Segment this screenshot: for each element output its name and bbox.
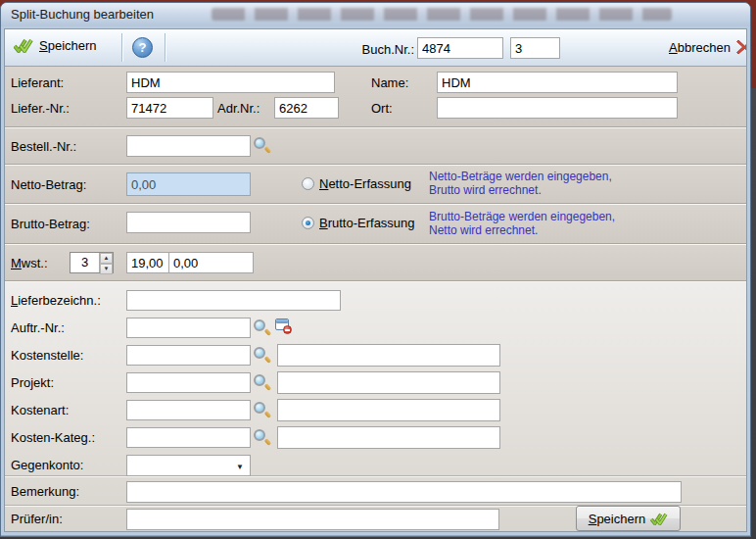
save-button[interactable]: Speichern	[576, 506, 681, 531]
lieferant-label: Lieferant:	[11, 75, 64, 90]
kostenstelle-search-icon[interactable]	[254, 347, 270, 364]
netto-erfassung-label[interactable]: Netto-Erfassung	[319, 176, 411, 191]
netto-erfassung-radio[interactable]	[302, 177, 314, 190]
vat-section	[5, 244, 746, 281]
gegenkonto-select[interactable]: ▼	[126, 455, 251, 476]
save-check-icon	[14, 38, 33, 53]
mwst-amount-input[interactable]	[168, 252, 254, 273]
bestell-nr-label: Bestell.-Nr.:	[11, 139, 76, 154]
mwst-stepper-up-icon[interactable]: ▲	[100, 253, 113, 264]
dialog-window: Split-Buchung bearbeiten Speichern ? Buc…	[0, 2, 751, 537]
screen-background: Split-Buchung bearbeiten Speichern ? Buc…	[0, 0, 756, 539]
section-divider	[5, 475, 746, 477]
title-bar[interactable]: Split-Buchung bearbeiten	[1, 3, 750, 26]
kostenstelle-label: Kostenstelle:	[11, 348, 83, 363]
mwst-stepper[interactable]: 3 ▲ ▼	[70, 252, 114, 273]
buch-nr-line-input[interactable]	[510, 37, 560, 59]
buch-nr-input[interactable]	[417, 37, 503, 59]
kostenart-label: Kostenart:	[11, 403, 69, 417]
bemerkung-label: Bemerkung:	[11, 484, 79, 499]
order-number-section	[5, 127, 746, 165]
lieferant-input[interactable]	[126, 72, 335, 93]
kosten-kateg-search-icon[interactable]	[254, 429, 270, 446]
save-toolbar-label: Speichern	[39, 38, 97, 53]
brutto-betrag-label: Brutto-Betrag:	[11, 217, 90, 231]
save-toolbar-button[interactable]: Speichern	[14, 38, 97, 53]
brutto-erfassung-label[interactable]: Brutto-Erfassung	[319, 216, 415, 230]
auftr-clear-icon[interactable]	[275, 318, 291, 333]
kosten-kateg-input[interactable]	[126, 427, 251, 448]
toolbar: Speichern ? Buch.Nr.: Abbrechen	[5, 29, 746, 67]
cancel-toolbar-button[interactable]: Abbrechen	[669, 39, 747, 55]
netto-hint-line2: Brutto wird errechnet.	[429, 183, 542, 197]
help-icon: ?	[139, 40, 147, 55]
toolbar-separator	[165, 33, 166, 62]
auftr-nr-input[interactable]	[126, 318, 251, 338]
kosten-kateg-label: Kosten-Kateg.:	[11, 430, 95, 445]
projekt-label: Projekt:	[11, 375, 54, 390]
cancel-label: Abbrechen	[669, 40, 731, 55]
buch-nr-label: Buch.Nr.:	[340, 42, 414, 57]
projekt-input[interactable]	[126, 372, 251, 393]
liefer-nr-input[interactable]	[126, 97, 213, 119]
brutto-betrag-input[interactable]	[126, 212, 251, 233]
netto-betrag-input	[126, 172, 251, 196]
bemerkung-input[interactable]	[126, 481, 682, 503]
mwst-stepper-down-icon[interactable]: ▼	[100, 264, 113, 274]
cancel-x-icon	[736, 39, 747, 55]
liefer-nr-label: Liefer.-Nr.:	[11, 101, 70, 116]
bestell-search-icon[interactable]	[254, 137, 270, 154]
toolbar-separator	[121, 33, 123, 62]
auftr-search-icon[interactable]	[254, 319, 270, 336]
adr-nr-input[interactable]	[274, 97, 339, 119]
brutto-erfassung-radio[interactable]	[302, 217, 314, 229]
netto-hint-line1: Netto-Beträge werden eingegeben,	[429, 170, 612, 183]
kostenart-input[interactable]	[126, 400, 251, 420]
brutto-hint-line1: Brutto-Beträge werden eingegeben,	[429, 210, 615, 223]
brutto-hint-line2: Netto wird errechnet.	[429, 223, 538, 237]
mwst-rate-input[interactable]	[126, 252, 169, 273]
ort-label: Ort:	[371, 101, 393, 116]
name-input[interactable]	[437, 72, 678, 93]
name-label: Name:	[371, 75, 408, 90]
save-button-label: Speichern	[589, 512, 646, 526]
pruefer-input[interactable]	[126, 509, 499, 530]
lieferbezeichn-label: Lieferbezeichn.:	[11, 293, 101, 308]
pruefer-label: Prüfer/in:	[11, 512, 63, 526]
help-button[interactable]: ?	[132, 37, 153, 58]
netto-betrag-label: Netto-Betrag:	[11, 177, 86, 192]
lieferbezeichn-input[interactable]	[126, 290, 341, 311]
adr-nr-label: Adr.Nr.:	[217, 101, 260, 116]
window-title: Split-Buchung bearbeiten	[11, 7, 154, 22]
kostenart-text-input[interactable]	[277, 399, 500, 421]
auftr-nr-label: Auftr.-Nr.:	[11, 320, 65, 335]
gegenkonto-label: Gegenkonto:	[11, 458, 83, 472]
kostenart-search-icon[interactable]	[254, 402, 270, 418]
kostenstelle-input[interactable]	[126, 345, 251, 366]
kosten-kateg-text-input[interactable]	[277, 426, 500, 449]
mwst-label: Mwst.:	[11, 256, 48, 270]
kostenstelle-text-input[interactable]	[277, 344, 500, 367]
projekt-search-icon[interactable]	[254, 374, 270, 391]
ort-input[interactable]	[437, 97, 678, 119]
mwst-stepper-value: 3	[71, 253, 99, 272]
bestell-nr-input[interactable]	[126, 135, 251, 157]
background-window-bleed	[212, 8, 672, 21]
save-button-check-icon	[650, 513, 668, 525]
projekt-text-input[interactable]	[277, 371, 500, 394]
dialog-body: Speichern ? Buch.Nr.: Abbrechen	[4, 28, 747, 532]
combo-arrow-icon: ▼	[236, 464, 244, 471]
